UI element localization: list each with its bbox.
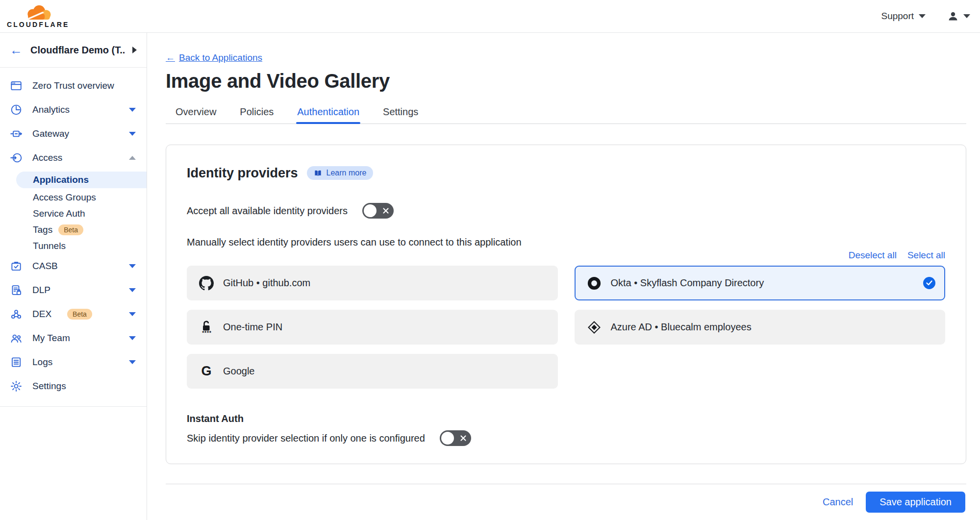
chevron-down-icon — [129, 132, 136, 136]
tab-settings[interactable]: Settings — [382, 103, 419, 124]
top-header: CLOUDFLARE Support — [0, 0, 980, 33]
sidebar-item-label: Tags — [33, 224, 52, 235]
provider-row-okta[interactable]: Okta • Skyflash Company Directory — [575, 266, 946, 300]
tab-authentication[interactable]: Authentication — [296, 103, 360, 124]
cancel-button[interactable]: Cancel — [823, 496, 853, 508]
provider-row-azure-ad[interactable]: Azure AD • Bluecalm employees — [575, 310, 946, 345]
browser-window-icon — [10, 79, 23, 92]
sidebar-item-label: CASB — [32, 261, 58, 272]
provider-name: One-time PIN — [223, 322, 282, 333]
sidebar-item-casb[interactable]: CASB — [0, 254, 147, 278]
header-right: Support — [881, 10, 970, 22]
sidebar-item-label: Logs — [32, 357, 52, 368]
sidebar-item-my-team[interactable]: My Team — [0, 326, 147, 350]
sidebar-item-analytics[interactable]: Analytics — [0, 98, 147, 122]
accept-all-label: Accept all available identity providers — [187, 205, 348, 217]
sidebar-item-label: My Team — [32, 333, 70, 344]
provider-row-google[interactable]: G Google — [187, 354, 558, 389]
card-heading-row: Identity providers Learn more — [187, 165, 945, 181]
tab-bar: Overview Policies Authentication Setting… — [166, 103, 966, 124]
back-arrow-icon: ← — [166, 52, 175, 63]
learn-more-badge[interactable]: Learn more — [307, 166, 374, 180]
provider-name: Azure AD • Bluecalm employees — [611, 322, 752, 333]
gateway-icon — [10, 127, 23, 140]
sidebar-item-applications[interactable]: Applications — [16, 172, 147, 188]
provider-row-github[interactable]: GitHub • github.com — [187, 266, 558, 300]
sidebar-item-settings[interactable]: Settings — [0, 374, 147, 398]
svg-text:****: **** — [202, 330, 212, 335]
chevron-up-icon — [129, 156, 136, 160]
sidebar-item-access-groups[interactable]: Access Groups — [33, 189, 147, 205]
cloudflare-logo[interactable]: CLOUDFLARE — [7, 4, 69, 28]
sidebar-item-tags[interactable]: Tags Beta — [33, 222, 147, 238]
chevron-down-icon — [129, 108, 136, 112]
chevron-down-icon — [129, 360, 136, 364]
sidebar-item-label: Service Auth — [33, 208, 85, 219]
select-links: Deselect all Select all — [187, 250, 945, 261]
card-heading: Identity providers — [187, 165, 298, 181]
sidebar-item-label: Zero Trust overview — [32, 80, 114, 91]
sidebar-item-label: Settings — [32, 381, 66, 392]
back-arrow-icon[interactable]: ← — [10, 44, 23, 56]
select-all-link[interactable]: Select all — [907, 250, 945, 261]
sidebar-item-service-auth[interactable]: Service Auth — [33, 205, 147, 222]
analytics-pie-icon — [10, 103, 23, 116]
instant-auth-label: Skip identity provider selection if only… — [187, 433, 425, 444]
sidebar-item-label: Applications — [33, 174, 89, 185]
sidebar-item-zero-trust-overview[interactable]: Zero Trust overview — [0, 74, 147, 98]
toggle-knob — [441, 432, 454, 445]
chevron-down-icon — [919, 14, 926, 18]
gear-icon — [10, 380, 23, 393]
sidebar-divider — [0, 406, 147, 407]
back-to-applications-link[interactable]: ← Back to Applications — [166, 52, 262, 63]
accept-all-toggle[interactable] — [362, 203, 394, 219]
deselect-all-link[interactable]: Deselect all — [849, 250, 897, 261]
selected-check-icon — [923, 277, 935, 289]
sidebar-item-label: DLP — [32, 285, 50, 296]
book-icon — [314, 169, 322, 177]
chevron-down-icon — [129, 312, 136, 316]
okta-icon — [586, 276, 602, 291]
toggle-x-icon — [460, 435, 467, 442]
chevron-down-icon — [129, 288, 136, 292]
back-link-label: Back to Applications — [179, 52, 262, 63]
instant-auth-toggle[interactable] — [440, 430, 471, 446]
save-application-button[interactable]: Save application — [866, 492, 965, 513]
google-icon: G — [199, 365, 214, 378]
one-time-pin-icon: **** — [199, 320, 214, 335]
beta-badge: Beta — [58, 224, 83, 235]
sidebar-item-gateway[interactable]: Gateway — [0, 122, 147, 146]
instant-auth-heading: Instant Auth — [187, 413, 945, 424]
accept-all-row: Accept all available identity providers — [187, 203, 945, 219]
learn-more-label: Learn more — [327, 169, 367, 177]
sidebar-nav: Zero Trust overview Analytics Gateway — [0, 68, 147, 398]
github-icon — [199, 276, 214, 291]
account-name: Cloudflare Demo (T... — [30, 45, 125, 56]
sidebar-item-dlp[interactable]: DLP — [0, 278, 147, 302]
provider-name: Okta • Skyflash Company Directory — [611, 277, 764, 289]
sidebar: ← Cloudflare Demo (T... Zero Trust overv… — [0, 33, 147, 520]
tab-policies[interactable]: Policies — [239, 103, 275, 124]
beta-badge: Beta — [67, 309, 92, 320]
provider-grid: GitHub • github.com Okta • Skyflash Comp… — [187, 266, 945, 389]
page-title: Image and Video Gallery — [166, 69, 966, 93]
casb-box-check-icon — [10, 260, 23, 272]
footer-actions: Cancel Save application — [166, 484, 966, 520]
sidebar-item-dex[interactable]: DEX Beta — [0, 302, 147, 326]
instant-auth-row: Skip identity provider selection if only… — [187, 430, 945, 446]
sidebar-item-tunnels[interactable]: Tunnels — [33, 238, 147, 254]
support-menu[interactable]: Support — [881, 11, 926, 22]
tab-overview[interactable]: Overview — [175, 103, 217, 124]
dex-network-icon — [10, 308, 23, 321]
provider-name: GitHub • github.com — [223, 277, 310, 289]
sidebar-item-access[interactable]: Access — [0, 146, 147, 170]
toggle-x-icon — [382, 207, 389, 214]
sidebar-item-logs[interactable]: Logs — [0, 350, 147, 374]
identity-providers-card: Identity providers Learn more Accept all… — [166, 145, 966, 464]
user-menu[interactable] — [947, 10, 970, 22]
sidebar-item-label: Access Groups — [33, 192, 96, 203]
zero-trust-dashboard: CLOUDFLARE Support ← Cloudflare Demo (T.… — [0, 0, 980, 520]
provider-row-one-time-pin[interactable]: **** One-time PIN — [187, 310, 558, 345]
user-icon — [947, 10, 959, 22]
chevron-right-icon[interactable] — [132, 47, 137, 53]
